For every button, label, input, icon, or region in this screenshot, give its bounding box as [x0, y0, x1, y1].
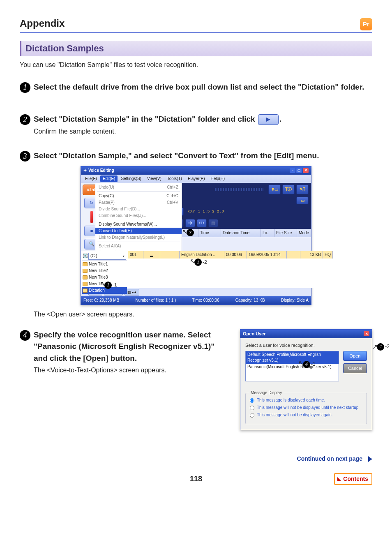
contents-button[interactable]: Contents — [334, 473, 372, 485]
drive-select[interactable]: (C:) — [88, 253, 126, 260]
section-title: Dictation Samples — [20, 41, 372, 57]
step-number-4: 4 — [20, 330, 30, 341]
menu-edit[interactable]: Edit(E) — [100, 175, 118, 182]
file-row[interactable]: 001 ▂ English Dictation .. 00:00:06 16/0… — [128, 251, 333, 259]
menu-view[interactable]: View(V) — [145, 175, 164, 182]
menu-select-all: Select All(A) — [95, 243, 182, 249]
step-number-2: 2 — [20, 114, 30, 125]
continued-text: Continued on next page — [297, 455, 362, 463]
callout-1-1: ↖ 1-1 — [100, 279, 117, 289]
step-2-sub: Confirm the sample content. — [34, 127, 372, 136]
user-default-profile[interactable]: Default Speech Profile(Microsoft English… — [246, 351, 339, 364]
open-user-dialog: Open User ✕ Select a user for voice reco… — [240, 329, 372, 431]
status-bar: Free: C: 29,358 MB Number of files: 1 ( … — [81, 296, 311, 305]
maximize-icon[interactable]: ▢ — [296, 168, 302, 173]
callout-3: ↖ 3 — [182, 227, 194, 236]
menu-help[interactable]: Help(H) — [208, 175, 227, 182]
menu-file[interactable]: File(F) — [83, 175, 99, 182]
dock-slider[interactable] — [90, 211, 93, 223]
app-icon: ✦ — [83, 168, 87, 173]
contents-triangle-icon — [337, 477, 341, 481]
message-display-legend: Message Display — [249, 390, 284, 396]
speed-display: x0.7 1 1.5 2 2.0 — [185, 209, 227, 214]
step-4-title: Specify the voice recognition user name.… — [34, 329, 230, 365]
callout-4-2: ↖ 4-2 — [372, 342, 390, 351]
user-panasonic[interactable]: Panasonic(Microsoft English Recognizer v… — [246, 364, 339, 370]
menu-waveforms[interactable]: Display Sound Waveforms(W)... — [95, 221, 182, 228]
voice-editing-window: ✦ Voice Editing – ▢ ✕ File(F) Edit(E) Se… — [81, 166, 311, 305]
step-2-title: Select "Dictation Sample" in the "Dictat… — [34, 113, 372, 125]
callout-1-2: ↖ 1-2 — [190, 257, 207, 266]
radio-each-time[interactable]: This message is displayed each time. — [250, 397, 362, 403]
step-4-sub: The <Voice-to-Text-Options> screen appea… — [34, 366, 230, 375]
section-intro: You can use "Dictation Sample" files to … — [20, 60, 372, 69]
step-1-title: Select the default drive from the drive … — [34, 81, 372, 93]
step-2-title-a: Select "Dictation Sample" in the "Dictat… — [34, 115, 257, 123]
page-number: 118 — [190, 474, 202, 484]
step-number-1: 1 — [20, 82, 30, 93]
cancel-button[interactable]: Cancel — [343, 363, 367, 373]
tool-extra-icon: ▤ — [208, 219, 218, 227]
tree-new-title2[interactable]: New Title2 — [82, 268, 127, 274]
menu-combine: Combine Sound Files(J)... — [95, 212, 182, 219]
page-heading: Appendix — [20, 16, 65, 30]
dialog-title: Open User — [243, 331, 266, 337]
radio-next-startup[interactable]: This message will not be displayed until… — [250, 405, 362, 411]
step-number-3: 3 — [20, 151, 30, 162]
top-btn-4[interactable]: ▭ — [296, 197, 309, 204]
file-list: 001 ▂ English Dictation .. 00:00:06 16/0… — [128, 251, 333, 288]
pr-badge: Pr — [360, 18, 372, 30]
menu-copy[interactable]: Copy(C)Ctrl+C — [95, 193, 182, 199]
tree-new-title1[interactable]: New Title1 — [82, 261, 127, 268]
close-icon[interactable]: ✕ — [303, 168, 309, 173]
tool-join-icon[interactable]: •+• — [197, 219, 207, 227]
top-btn-1[interactable]: ⬍▭ — [268, 185, 281, 194]
open-button[interactable]: Open — [343, 351, 367, 361]
top-btn-2[interactable]: Tⓘ — [282, 185, 295, 194]
step-2-title-b: . — [279, 115, 281, 123]
progress-bar — [215, 188, 264, 191]
minimize-icon[interactable]: – — [290, 168, 295, 173]
menu-player[interactable]: Player(P) — [185, 175, 208, 182]
play-button-icon[interactable] — [258, 114, 279, 125]
step-3-caption: The <Open user> screen appears. — [34, 310, 372, 319]
menu-divide: Divide Sound File(D)... — [95, 206, 182, 212]
top-btn-3[interactable]: ✎T — [296, 185, 309, 194]
menu-tools[interactable]: Tools(T) — [165, 175, 184, 182]
menu-convert-to-text[interactable]: Convert to Text(H) — [95, 228, 182, 234]
tool-split-icon[interactable]: •|• — [185, 219, 195, 227]
dialog-label: Select a user for voice recognition. — [245, 342, 367, 349]
svg-marker-0 — [266, 118, 270, 122]
menu-link-dragon: Link to Dragon NaturallySpeaking(L) — [95, 234, 182, 241]
menu-undo: Undo(U)Ctrl+Z — [95, 184, 182, 191]
step-3-title: Select "Dictation Sample," and select "C… — [34, 150, 372, 162]
dialog-close-icon[interactable]: ✕ — [364, 331, 369, 336]
callout-4-1: ↖ 4-1 — [298, 359, 316, 368]
menu-settings[interactable]: Settings(S) — [118, 175, 143, 182]
radio-never[interactable]: This message will not be displayed again… — [250, 412, 362, 418]
window-title: Voice Editing — [88, 168, 114, 173]
menu-bar: File(F) Edit(E) Settings(S) View(V) Tool… — [81, 175, 311, 183]
contents-label: Contents — [343, 475, 368, 483]
user-listbox[interactable]: Default Speech Profile(Microsoft English… — [245, 351, 339, 381]
continued-arrow-icon — [368, 456, 372, 462]
folder-tree: 💽 (C:) New Title1 New Title2 New Title3 … — [81, 251, 128, 288]
menu-paste: Paste(P)Ctrl+V — [95, 199, 182, 206]
drive-icon: 💽 — [83, 253, 88, 259]
